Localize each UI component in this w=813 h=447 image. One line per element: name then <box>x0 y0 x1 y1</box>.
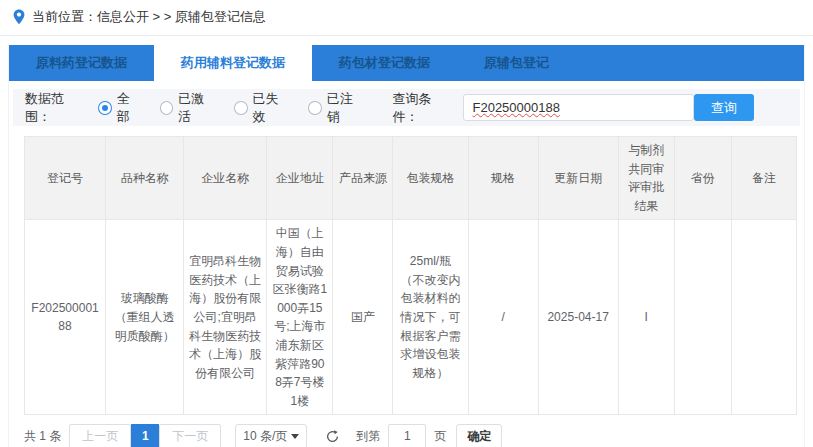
cell-province <box>674 220 731 415</box>
radio-all[interactable]: 全部 <box>98 90 142 126</box>
tab-excipient-data[interactable]: 药用辅料登记数据 <box>154 45 312 81</box>
pagination-bar: 共 1 条 上一页 1 下一页 10 条/页 到第 1 页 确定 <box>24 424 784 447</box>
page-unit-label: 页 <box>434 428 446 445</box>
tab-raw-material-data[interactable]: 原料药登记数据 <box>9 45 154 81</box>
next-page-button[interactable]: 下一页 <box>159 424 221 447</box>
cell-registration-no: F20250000188 <box>25 220 106 415</box>
search-button[interactable]: 查询 <box>694 94 754 121</box>
radio-expired[interactable]: 已失效 <box>234 90 290 126</box>
query-label: 查询条件： <box>392 90 455 126</box>
page-size-value: 10 条/页 <box>243 428 287 445</box>
radio-all-dot[interactable] <box>98 101 112 115</box>
cell-product-name: 玻璃酸酶（重组人透明质酸酶） <box>106 220 184 415</box>
scope-label: 数据范围： <box>25 90 88 126</box>
cell-company-name: 宜明昂科生物医药技术（上海）股份有限公司;宜明昂科生物医药技术（上海）股份有限公… <box>184 220 267 415</box>
col-product-name: 品种名称 <box>106 137 184 220</box>
goto-page-label: 到第 <box>356 428 380 445</box>
refresh-icon[interactable] <box>325 429 340 444</box>
cell-company-address: 中国（上海）自由贸易试验区张衡路1000弄15号;上海市浦东新区紫萍路908弄7… <box>267 220 333 415</box>
page-size-select[interactable]: 10 条/页 <box>235 424 307 447</box>
radio-cancelled-label: 已注销 <box>327 90 365 126</box>
col-update-date: 更新日期 <box>538 137 618 220</box>
radio-all-label: 全部 <box>117 90 142 126</box>
radio-cancelled-dot[interactable] <box>308 101 322 115</box>
radio-activated-label: 已激活 <box>178 90 216 126</box>
filter-bar: 数据范围： 全部 已激活 已失效 已注销 查询条件： F20250000188 … <box>13 89 800 126</box>
radio-activated[interactable]: 已激活 <box>160 90 216 126</box>
cell-review-result: I <box>618 220 674 415</box>
col-spec: 规格 <box>468 137 538 220</box>
results-table: 登记号 品种名称 企业名称 企业地址 产品来源 包装规格 规格 更新日期 与制剂… <box>24 136 797 415</box>
col-province: 省份 <box>674 137 731 220</box>
col-company-name: 企业名称 <box>184 137 267 220</box>
search-input-value: F20250000188 <box>472 100 559 115</box>
cell-spec: / <box>468 220 538 415</box>
content-panel: 原料药登记数据 药用辅料登记数据 药包材登记数据 原辅包登记 数据范围： 全部 … <box>8 45 805 447</box>
total-count: 共 1 条 <box>24 428 61 445</box>
col-review-result: 与制剂共同审评审批结果 <box>618 137 674 220</box>
radio-activated-dot[interactable] <box>160 101 174 115</box>
radio-cancelled[interactable]: 已注销 <box>308 90 364 126</box>
radio-expired-dot[interactable] <box>234 101 248 115</box>
chevron-down-icon <box>291 434 299 439</box>
confirm-button[interactable]: 确定 <box>456 424 502 447</box>
radio-expired-label: 已失效 <box>253 90 291 126</box>
table-header-row: 登记号 品种名称 企业名称 企业地址 产品来源 包装规格 规格 更新日期 与制剂… <box>25 137 797 220</box>
tab-registration[interactable]: 原辅包登记 <box>457 45 576 81</box>
tab-bar: 原料药登记数据 药用辅料登记数据 药包材登记数据 原辅包登记 <box>9 45 804 81</box>
col-package-spec: 包装规格 <box>393 137 468 220</box>
search-input[interactable]: F20250000188 <box>463 94 693 121</box>
location-pin-icon <box>12 9 26 25</box>
col-product-origin: 产品来源 <box>333 137 393 220</box>
cell-package-spec: 25ml/瓶（不改变内包装材料的情况下，可根据客户需求增设包装规格） <box>393 220 468 415</box>
table-row: F20250000188 玻璃酸酶（重组人透明质酸酶） 宜明昂科生物医药技术（上… <box>25 220 797 415</box>
goto-page-input[interactable]: 1 <box>388 424 426 447</box>
tab-packaging-data[interactable]: 药包材登记数据 <box>312 45 457 81</box>
col-registration-no: 登记号 <box>25 137 106 220</box>
prev-page-button[interactable]: 上一页 <box>69 424 131 447</box>
col-remarks: 备注 <box>731 137 796 220</box>
breadcrumb: 当前位置：信息公开 > > 原辅包登记信息 <box>0 0 813 36</box>
cell-product-origin: 国产 <box>333 220 393 415</box>
breadcrumb-text: 当前位置：信息公开 > > 原辅包登记信息 <box>32 8 266 26</box>
cell-remarks <box>731 220 796 415</box>
cell-update-date: 2025-04-17 <box>538 220 618 415</box>
col-company-address: 企业地址 <box>267 137 333 220</box>
page-number-1[interactable]: 1 <box>131 424 159 447</box>
